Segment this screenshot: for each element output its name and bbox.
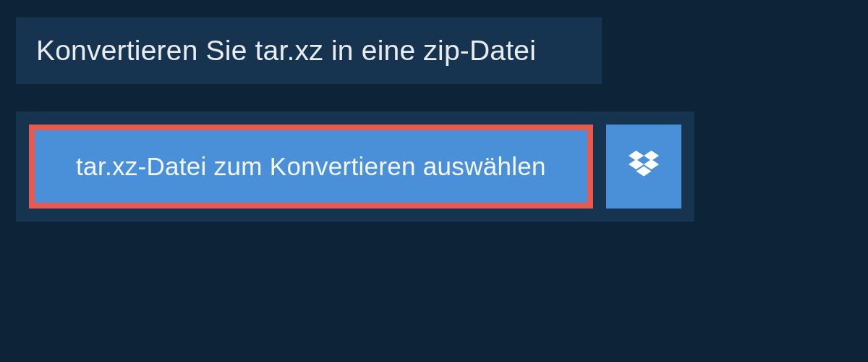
page-title: Konvertieren Sie tar.xz in eine zip-Date…: [36, 35, 582, 67]
dropbox-icon: [629, 151, 659, 182]
heading-panel: Konvertieren Sie tar.xz in eine zip-Date…: [16, 17, 602, 84]
upload-panel: tar.xz-Datei zum Konvertieren auswählen: [16, 111, 694, 222]
main-container: Konvertieren Sie tar.xz in eine zip-Date…: [0, 0, 868, 239]
dropbox-button[interactable]: [606, 125, 681, 209]
select-file-button[interactable]: tar.xz-Datei zum Konvertieren auswählen: [29, 125, 593, 209]
select-file-button-label: tar.xz-Datei zum Konvertieren auswählen: [76, 152, 546, 180]
